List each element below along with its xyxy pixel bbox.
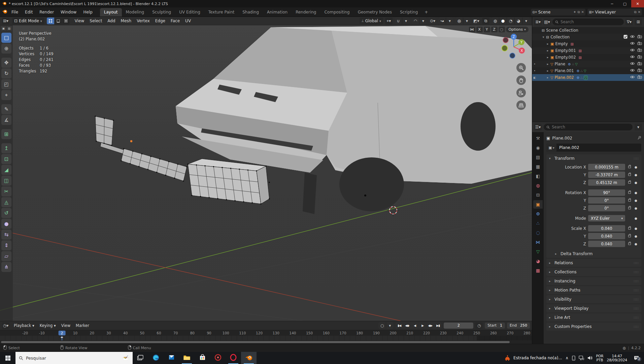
lock-icon[interactable] bbox=[627, 235, 632, 237]
taskbar-app-blender[interactable] bbox=[241, 352, 257, 364]
panel-drag-handle[interactable]: ∷∷ bbox=[634, 316, 639, 320]
properties-tab-render[interactable]: ◉ bbox=[533, 144, 543, 152]
network-display-icon[interactable] bbox=[579, 356, 584, 360]
navigation-gizmo[interactable]: Z Y X bbox=[501, 33, 527, 59]
show-object-types-dropdown[interactable]: ⊙▾ bbox=[429, 18, 436, 24]
panel-drag-handle[interactable]: ∷∷ bbox=[634, 261, 639, 265]
shading-wireframe-button[interactable]: ◍ bbox=[492, 18, 499, 24]
playhead-handle[interactable]: ◂▸ bbox=[61, 336, 63, 339]
disable-render-icon[interactable] bbox=[637, 68, 642, 73]
panel-drag-handle[interactable]: ∷∷ bbox=[634, 157, 639, 160]
outliner-row-empty-002[interactable]: ▸▣Empty.002▨ bbox=[532, 54, 644, 61]
hide-eye-icon[interactable] bbox=[630, 48, 635, 53]
outliner-search-input[interactable] bbox=[561, 20, 621, 24]
play-button[interactable]: ▶ bbox=[419, 323, 426, 329]
properties-tab-view-layer[interactable]: ▦ bbox=[533, 162, 543, 171]
outliner-row-empty-001[interactable]: ▸▣Empty.001▨ bbox=[532, 47, 644, 54]
properties-tab-material[interactable]: ◕ bbox=[533, 257, 543, 265]
panel-drag-handle[interactable]: ∷∷ bbox=[634, 289, 639, 292]
tool-shrink-fatten[interactable]: ⇕ bbox=[1, 240, 11, 250]
lock-icon[interactable] bbox=[627, 181, 632, 184]
value-field[interactable]: 0.000155 m bbox=[588, 164, 625, 170]
animate-dot[interactable]: ● bbox=[634, 191, 638, 194]
lock-icon[interactable] bbox=[627, 166, 632, 168]
mirror-z-button[interactable]: Z bbox=[491, 27, 498, 32]
volume-icon[interactable] bbox=[587, 356, 593, 360]
vertex-select-button[interactable] bbox=[47, 18, 54, 24]
tool-knife[interactable]: ✂ bbox=[1, 186, 11, 196]
tab-animation[interactable]: Animation bbox=[263, 8, 292, 17]
tab-rendering[interactable]: Rendering bbox=[292, 8, 320, 17]
tool-loop-cut[interactable]: ◫ bbox=[1, 176, 11, 186]
shading-dropdown[interactable]: ▾ bbox=[522, 18, 530, 24]
current-frame-field[interactable]: 2 bbox=[444, 323, 473, 329]
tool-shear[interactable]: ▱ bbox=[1, 251, 11, 261]
tool-select-box[interactable]: □ bbox=[1, 33, 11, 43]
value-field[interactable]: 0° bbox=[588, 197, 625, 204]
taskbar-app-explorer[interactable] bbox=[179, 352, 195, 364]
outliner-row-plane-002[interactable]: ◧▸▽Plane.002⚙∴▽ bbox=[532, 74, 644, 81]
viewport-menu-vertex[interactable]: Vertex bbox=[134, 18, 152, 24]
outliner-row-empty[interactable]: ▸▣Empty▨ bbox=[532, 40, 644, 47]
edge-select-button[interactable] bbox=[55, 18, 62, 24]
overlays-dropdown[interactable]: ▾ bbox=[463, 18, 471, 24]
tool-annotate[interactable]: ✎ bbox=[1, 104, 11, 114]
lock-icon[interactable] bbox=[627, 174, 632, 176]
timeline-menu-marker[interactable]: Marker bbox=[73, 322, 92, 329]
lock-icon[interactable] bbox=[627, 227, 632, 230]
expander-icon[interactable]: ▸ bbox=[546, 42, 550, 46]
frame-range-end[interactable]: End 250 bbox=[507, 323, 530, 329]
minimize-button[interactable]: ─ bbox=[606, 0, 618, 7]
sidebar-collapse-arrow[interactable]: ‹ bbox=[530, 54, 531, 59]
properties-tab-texture[interactable]: ▩ bbox=[533, 266, 543, 275]
tool-spin[interactable]: ↺ bbox=[1, 208, 11, 218]
delete-icon[interactable]: ✕ bbox=[581, 10, 584, 14]
autokey-dropdown[interactable]: ▾ bbox=[386, 322, 394, 329]
snap-toggle[interactable]: ∪ bbox=[395, 18, 402, 24]
camera-view-icon[interactable] bbox=[516, 88, 526, 97]
menu-file[interactable]: File bbox=[9, 9, 21, 16]
object-name-input[interactable] bbox=[556, 145, 641, 150]
properties-search-input[interactable] bbox=[552, 125, 630, 129]
viewport-menu-edge[interactable]: Edge bbox=[153, 18, 168, 24]
animate-dot[interactable]: ● bbox=[634, 207, 638, 210]
tool-rotate[interactable]: ↻ bbox=[1, 68, 11, 79]
value-field[interactable]: 0.040 bbox=[588, 241, 625, 247]
value-field[interactable]: 0.45132 m bbox=[588, 179, 625, 186]
maximize-button[interactable]: ▢ bbox=[618, 0, 631, 7]
timeline-menu-view[interactable]: View bbox=[59, 322, 73, 329]
overlays-toggle[interactable]: ◎ bbox=[455, 18, 463, 24]
taskbar-search[interactable]: Pesquisar bbox=[15, 352, 133, 364]
tool-inset-faces[interactable]: ⊡ bbox=[1, 154, 11, 164]
properties-tab-world[interactable]: ◍ bbox=[533, 181, 543, 190]
transform-panel-header[interactable]: ▾ Transform ∷∷ bbox=[546, 154, 641, 162]
tab-modeling[interactable]: Modeling bbox=[122, 8, 148, 17]
viewport-menu-view[interactable]: View bbox=[72, 18, 87, 24]
taskbar-app-mail[interactable] bbox=[164, 352, 179, 364]
properties-tab-object-data[interactable]: ▽ bbox=[533, 247, 543, 256]
timeline-scrollbar[interactable] bbox=[0, 340, 532, 344]
menu-help[interactable]: Help bbox=[80, 9, 95, 16]
copy-icon[interactable]: ⧉ bbox=[634, 10, 636, 14]
disable-render-icon[interactable] bbox=[637, 62, 642, 66]
expander-icon[interactable]: ▸ bbox=[546, 76, 550, 79]
animate-dot[interactable]: ● bbox=[634, 235, 638, 238]
new-collection-button[interactable]: ⊞ bbox=[635, 19, 642, 25]
stopwatch-icon[interactable]: ◷ bbox=[475, 322, 483, 329]
properties-search[interactable] bbox=[544, 124, 633, 130]
viewport-menu-select[interactable]: Select bbox=[87, 18, 104, 24]
properties-tab-output[interactable]: ▤ bbox=[533, 153, 543, 161]
tool-settings-icon[interactable]: ▨ bbox=[7, 26, 12, 31]
animate-dot[interactable]: ● bbox=[634, 217, 638, 220]
animate-dot[interactable]: ● bbox=[634, 242, 638, 246]
frame-range-start[interactable]: Start 1 bbox=[485, 323, 505, 329]
proportional-dropdown[interactable]: ▾ bbox=[419, 18, 427, 24]
breadcrumb-object[interactable]: Plane.002 bbox=[552, 136, 572, 141]
viewlayer-selector[interactable]: ▦▾ ViewLayer ⧉ ✕ bbox=[587, 9, 642, 16]
filter-icon[interactable]: ∇▾ bbox=[625, 19, 633, 25]
close-button[interactable]: ✕ bbox=[631, 0, 644, 7]
pin-icon[interactable]: ✦ bbox=[573, 10, 576, 14]
tool-scale[interactable]: ◰ bbox=[1, 79, 11, 89]
timeline-menu-keying[interactable]: Keying ▾ bbox=[37, 322, 58, 329]
tool-rip-region[interactable]: ⋔ bbox=[1, 262, 11, 272]
